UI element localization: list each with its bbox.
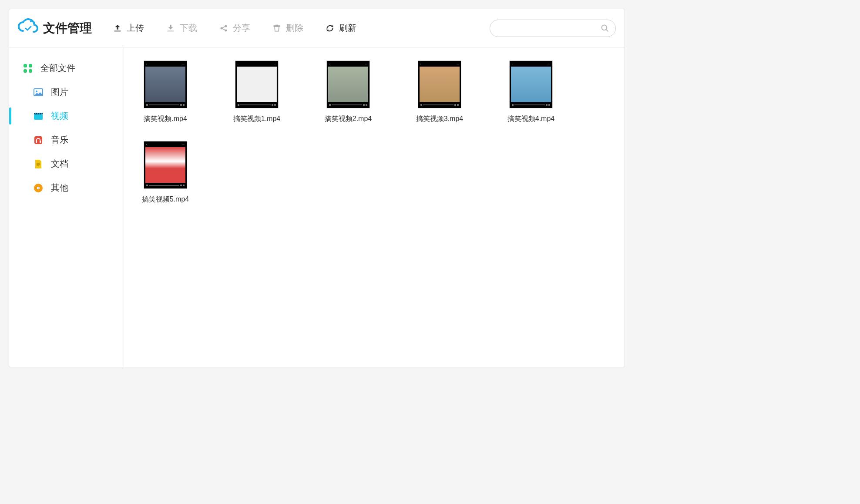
share-button[interactable]: 分享 <box>219 22 250 34</box>
sidebar-item-all-files[interactable]: 全部文件 <box>9 56 124 80</box>
svg-rect-8 <box>24 69 27 73</box>
file-item[interactable]: ▪⋯ 搞笑视频3.mp4 <box>407 60 472 124</box>
svg-rect-14 <box>36 141 37 143</box>
file-item[interactable]: ▪⋯ 搞笑视频1.mp4 <box>224 60 289 124</box>
share-label: 分享 <box>233 22 250 34</box>
sidebar: 全部文件 图片 视频 音乐 <box>9 47 124 367</box>
sidebar-item-documents[interactable]: 文档 <box>9 152 124 176</box>
sidebar-item-videos[interactable]: 视频 <box>9 104 124 128</box>
svg-point-1 <box>34 21 35 23</box>
sidebar-images-label: 图片 <box>51 86 68 98</box>
upload-label: 上传 <box>127 22 144 34</box>
download-button[interactable]: 下载 <box>166 22 197 34</box>
sidebar-all-files-label: 全部文件 <box>40 62 75 74</box>
app-title: 文件管理 <box>43 20 92 37</box>
svg-rect-6 <box>24 64 27 67</box>
file-grid: ▪⋯ 搞笑视频.mp4 ▪⋯ 搞笑视频1.mp4 ▪⋯ 搞笑视频2.mp4 ▪⋯… <box>133 60 616 204</box>
video-thumbnail: ▪⋯ <box>144 60 187 108</box>
delete-button[interactable]: 删除 <box>272 22 303 34</box>
video-thumbnail: ▪⋯ <box>144 141 187 189</box>
video-thumbnail: ▪⋯ <box>235 60 279 108</box>
refresh-button[interactable]: 刷新 <box>325 22 356 34</box>
svg-point-11 <box>36 91 37 92</box>
video-thumbnail: ▪⋯ <box>418 60 461 108</box>
sidebar-item-others[interactable]: 其他 <box>9 176 124 200</box>
file-item[interactable]: ▪⋯ 搞笑视频4.mp4 <box>498 60 564 124</box>
app-window: 文件管理 上传 下载 分享 <box>9 9 625 367</box>
toolbar: 文件管理 上传 下载 分享 <box>9 9 625 47</box>
share-icon <box>219 24 228 33</box>
toolbar-buttons: 上传 下载 分享 删除 <box>113 22 486 34</box>
file-item[interactable]: ▪⋯ 搞笑视频2.mp4 <box>316 60 381 124</box>
svg-rect-9 <box>29 69 32 73</box>
search-input[interactable] <box>496 24 601 32</box>
search-icon[interactable] <box>601 24 609 33</box>
sidebar-documents-label: 文档 <box>51 158 68 170</box>
svg-point-0 <box>30 20 32 22</box>
sidebar-music-label: 音乐 <box>51 134 68 146</box>
refresh-icon <box>325 24 335 33</box>
video-thumbnail: ▪⋯ <box>326 60 370 108</box>
image-icon <box>33 87 44 98</box>
disc-icon <box>33 182 44 194</box>
svg-rect-7 <box>29 64 32 67</box>
headphones-icon <box>33 134 44 146</box>
delete-label: 删除 <box>286 22 303 34</box>
logo-section: 文件管理 <box>18 18 92 39</box>
svg-rect-12 <box>34 114 43 120</box>
download-label: 下载 <box>180 22 197 34</box>
download-icon <box>166 24 175 33</box>
clapperboard-icon <box>33 111 44 122</box>
upload-button[interactable]: 上传 <box>113 22 144 34</box>
sidebar-item-music[interactable]: 音乐 <box>9 128 124 152</box>
file-name: 搞笑视频.mp4 <box>144 114 187 124</box>
content-area: ▪⋯ 搞笑视频.mp4 ▪⋯ 搞笑视频1.mp4 ▪⋯ 搞笑视频2.mp4 ▪⋯… <box>124 47 625 367</box>
file-name: 搞笑视频5.mp4 <box>142 195 189 204</box>
file-name: 搞笑视频4.mp4 <box>507 114 554 124</box>
file-name: 搞笑视频2.mp4 <box>325 114 372 124</box>
file-item[interactable]: ▪⋯ 搞笑视频5.mp4 <box>133 141 198 204</box>
svg-rect-13 <box>34 136 42 144</box>
sidebar-videos-label: 视频 <box>51 110 68 122</box>
sidebar-others-label: 其他 <box>51 182 68 194</box>
cloud-logo-icon <box>18 18 39 39</box>
grid-icon <box>22 63 34 74</box>
document-icon <box>33 158 44 170</box>
svg-rect-15 <box>40 141 41 143</box>
file-name: 搞笑视频3.mp4 <box>416 114 463 124</box>
sidebar-item-images[interactable]: 图片 <box>9 80 124 104</box>
video-thumbnail: ▪⋯ <box>509 60 553 108</box>
file-item[interactable]: ▪⋯ 搞笑视频.mp4 <box>133 60 198 124</box>
upload-icon <box>113 24 122 33</box>
body-area: 全部文件 图片 视频 音乐 <box>9 47 625 367</box>
trash-icon <box>272 24 282 33</box>
refresh-label: 刷新 <box>339 22 356 34</box>
file-name: 搞笑视频1.mp4 <box>233 114 280 124</box>
search-box[interactable] <box>490 20 616 37</box>
svg-point-18 <box>38 188 39 188</box>
